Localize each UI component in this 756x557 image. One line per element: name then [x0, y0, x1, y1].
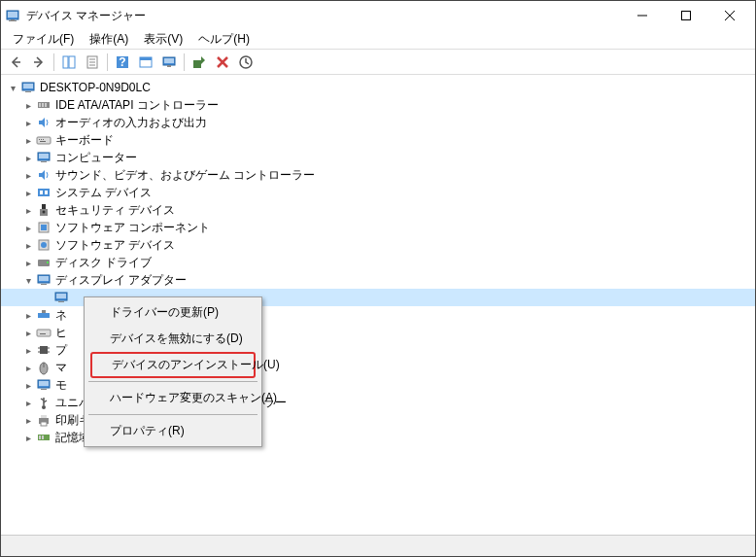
tree-node[interactable]: ▸ システム デバイス [1, 184, 755, 201]
tree-node[interactable]: ▸ ディスク ドライブ [1, 254, 755, 271]
mouse-icon [36, 360, 52, 375]
menubar: ファイル(F) 操作(A) 表示(V) ヘルプ(H) [1, 30, 755, 50]
chevron-right-icon[interactable]: ▸ [20, 150, 36, 165]
svg-rect-1 [8, 12, 17, 17]
svg-rect-71 [41, 389, 47, 390]
minimize-button[interactable] [620, 2, 664, 29]
maximize-button[interactable] [664, 2, 707, 29]
menu-view[interactable]: 表示(V) [136, 29, 190, 50]
menu-help[interactable]: ヘルプ(H) [190, 29, 258, 50]
svg-rect-19 [164, 58, 174, 63]
svg-rect-29 [39, 103, 41, 107]
menu-update-driver[interactable]: ドライバーの更新(P) [86, 299, 259, 326]
chevron-right-icon[interactable]: ▸ [20, 430, 36, 445]
chevron-right-icon[interactable]: ▸ [20, 412, 36, 428]
forward-button[interactable] [28, 52, 50, 73]
menu-action[interactable]: 操作(A) [82, 29, 136, 50]
menu-scan-hardware[interactable]: ハードウェア変更のスキャン(A) [86, 385, 259, 411]
computer-icon [20, 80, 36, 95]
action-button[interactable] [135, 52, 156, 73]
chevron-right-icon[interactable]: ▸ [20, 97, 36, 113]
chevron-down-icon[interactable]: ▾ [5, 80, 20, 95]
node-label: ディスプレイ アダプター [55, 272, 187, 289]
tree-node[interactable]: ▸ オーディオの入力および出力 [1, 114, 755, 131]
software-component-icon [36, 220, 52, 235]
chevron-right-icon[interactable]: ▸ [20, 115, 36, 130]
tree-node[interactable]: ▸ ソフトウェア デバイス [1, 236, 755, 254]
close-button[interactable] [707, 2, 751, 29]
chevron-right-icon[interactable]: ▸ [20, 360, 36, 375]
tree-node[interactable]: ▸ IDE ATA/ATAPI コントローラー [1, 96, 755, 114]
tree-node-display-adapter[interactable]: ▾ ディスプレイ アダプター [1, 271, 755, 289]
menu-properties[interactable]: プロパティ(R) [86, 418, 259, 444]
back-button[interactable] [5, 52, 26, 73]
chevron-right-icon[interactable]: ▸ [20, 395, 36, 410]
ide-controller-icon [36, 97, 52, 113]
tree-node[interactable]: ▸ ソフトウェア コンポーネント [1, 219, 755, 236]
node-label: ソフトウェア デバイス [55, 237, 175, 254]
tree-node[interactable]: ▸ セキュリティ デバイス [1, 201, 755, 219]
update-driver-button[interactable] [235, 52, 257, 73]
menu-separator [88, 414, 258, 415]
show-hide-tree-button[interactable] [58, 52, 80, 73]
chevron-right-icon[interactable]: ▸ [20, 255, 36, 270]
node-label: プ [55, 342, 67, 359]
svg-rect-41 [40, 191, 43, 194]
statusbar [1, 535, 755, 556]
help-icon: ? [115, 54, 130, 70]
chevron-right-icon[interactable]: ▸ [20, 377, 36, 393]
chevron-right-icon[interactable]: ▸ [20, 132, 36, 148]
node-label: ディスク ドライブ [55, 255, 152, 271]
chevron-right-icon[interactable]: ▸ [20, 185, 36, 200]
computer-icon [36, 150, 52, 165]
svg-rect-27 [25, 91, 31, 92]
svg-rect-3 [9, 20, 17, 21]
chevron-right-icon[interactable]: ▸ [20, 237, 36, 253]
svg-rect-78 [39, 435, 41, 439]
svg-rect-33 [39, 139, 40, 140]
enable-button[interactable] [189, 52, 210, 73]
chevron-right-icon[interactable]: ▸ [20, 220, 36, 235]
svg-rect-40 [38, 189, 50, 196]
enable-icon [191, 54, 207, 70]
tree-node[interactable]: ▸ コンピューター [1, 149, 755, 166]
usb-icon [36, 395, 52, 410]
properties-icon [85, 54, 100, 70]
menu-uninstall-device[interactable]: デバイスのアンインストール(U) [90, 352, 256, 378]
menu-disable-device[interactable]: デバイスを無効にする(D) [86, 326, 259, 352]
tree-root-node[interactable]: ▾ DESKTOP-0N9D0LC [1, 79, 755, 96]
svg-rect-70 [39, 381, 49, 386]
chevron-right-icon[interactable]: ▸ [20, 325, 36, 340]
chevron-right-icon[interactable]: ▸ [20, 167, 36, 183]
chevron-right-icon[interactable]: ▸ [20, 307, 36, 323]
svg-rect-30 [42, 103, 44, 107]
svg-rect-75 [41, 415, 47, 418]
svg-rect-59 [42, 310, 46, 313]
display-adapter-icon [36, 272, 52, 288]
uninstall-button[interactable] [212, 52, 233, 73]
chevron-right-icon[interactable]: ▸ [20, 342, 36, 358]
scan-hardware-button[interactable] [158, 52, 180, 73]
menu-file[interactable]: ファイル(F) [5, 29, 82, 50]
svg-rect-35 [43, 139, 44, 140]
app-icon [5, 8, 20, 23]
audio-icon [36, 115, 52, 130]
storage-controller-icon [36, 430, 52, 445]
node-label: IDE ATA/ATAPI コントローラー [55, 97, 219, 114]
node-label: ソフトウェア コンポーネント [55, 220, 210, 236]
menu-separator [88, 381, 258, 382]
svg-rect-42 [45, 191, 48, 194]
node-label: オーディオの入力および出力 [55, 115, 207, 131]
update-icon [238, 54, 254, 70]
tree-node[interactable]: ▸ キーボード [1, 131, 755, 149]
help-button[interactable]: ? [112, 52, 133, 73]
svg-rect-20 [167, 65, 171, 67]
tree-view-icon [61, 54, 77, 70]
chevron-down-icon[interactable]: ▾ [20, 272, 36, 288]
tree-node[interactable]: ▸ サウンド、ビデオ、およびゲーム コントローラー [1, 166, 755, 184]
properties-button[interactable] [82, 52, 103, 73]
minimize-icon [637, 11, 647, 20]
chevron-right-icon[interactable]: ▸ [20, 202, 36, 218]
svg-point-51 [47, 261, 49, 263]
svg-rect-47 [41, 225, 47, 230]
